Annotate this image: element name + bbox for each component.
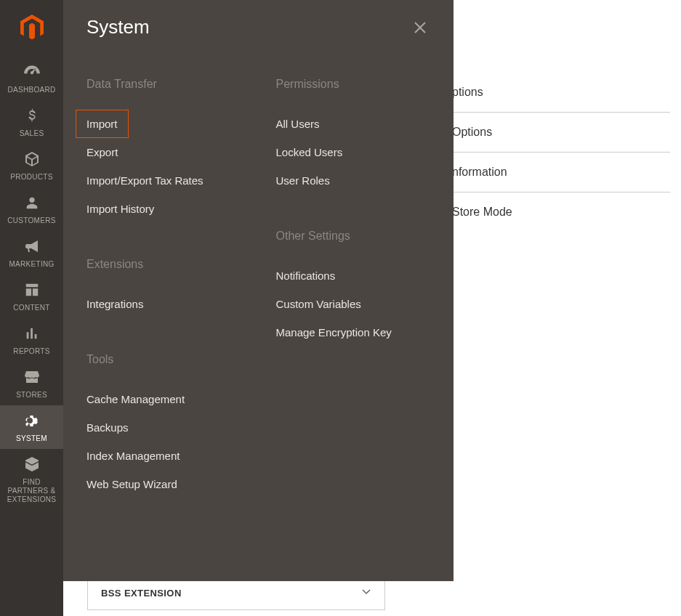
menu-item-manage-encryption-key[interactable]: Manage Encryption Key (276, 318, 431, 346)
close-button[interactable] (410, 17, 430, 38)
section-label: BSS EXTENSION (101, 588, 182, 599)
menu-item-integrations[interactable]: Integrations (86, 290, 241, 318)
nav-system[interactable]: SYSTEM (0, 405, 63, 449)
nav-label: STORES (13, 391, 50, 400)
nav-marketing[interactable]: MARKETING (0, 231, 63, 275)
flyout-header: System (86, 16, 430, 38)
close-icon (414, 21, 427, 34)
menu-item-cache-management[interactable]: Cache Management (86, 385, 241, 413)
cube-icon (21, 148, 43, 170)
menu-item-all-users[interactable]: All Users (276, 110, 431, 138)
nav-label: DASHBOARD (4, 86, 58, 94)
menu-item-import[interactable]: Import (76, 110, 129, 138)
magento-logo[interactable] (17, 13, 47, 42)
bg-row[interactable]: Options (452, 113, 670, 153)
bg-row[interactable]: Store Mode (452, 192, 670, 232)
group-list: Integrations (86, 290, 241, 318)
flyout-column-1: Data TransferImportExportImport/Export T… (86, 78, 241, 533)
nav-label: CONTENT (10, 304, 52, 312)
nav-reports[interactable]: REPORTS (0, 318, 63, 362)
group-heading: Tools (86, 353, 241, 366)
storefront-icon (21, 366, 43, 388)
menu-item-index-management[interactable]: Index Management (86, 442, 241, 470)
menu-item-export[interactable]: Export (86, 138, 241, 166)
menu-item-user-roles[interactable]: User Roles (276, 166, 431, 195)
menu-item-notifications[interactable]: Notifications (276, 262, 431, 290)
box-icon (21, 453, 43, 475)
nav-label: PRODUCTS (7, 173, 56, 182)
group-list: All UsersLocked UsersUser Roles (276, 110, 431, 195)
nav-products[interactable]: PRODUCTS (0, 144, 63, 187)
group-heading: Data Transfer (86, 78, 241, 91)
megaphone-icon (21, 235, 43, 257)
menu-item-web-setup-wizard[interactable]: Web Setup Wizard (86, 470, 241, 498)
bg-row[interactable]: ptions (452, 73, 670, 113)
flyout-title: System (86, 16, 150, 38)
nav-stores[interactable]: STORES (0, 362, 63, 405)
nav-dashboard[interactable]: DASHBOARD (0, 57, 63, 100)
group-heading: Permissions (276, 78, 431, 91)
menu-item-locked-users[interactable]: Locked Users (276, 138, 431, 166)
logo-icon (17, 13, 47, 42)
menu-item-custom-variables[interactable]: Custom Variables (276, 290, 431, 318)
flyout-columns: Data TransferImportExportImport/Export T… (86, 78, 430, 533)
group-heading: Other Settings (276, 230, 431, 243)
background-panel: ptions Options nformation Store Mode (452, 73, 670, 232)
nav-label: SYSTEM (13, 434, 50, 443)
nav-label: FIND PARTNERS & EXTENSIONS (0, 478, 63, 504)
chevron-down-icon (361, 586, 371, 599)
group-list: NotificationsCustom VariablesManage Encr… (276, 262, 431, 346)
system-flyout: System Data TransferImportExportImport/E… (63, 0, 454, 581)
gear-icon (21, 410, 43, 431)
group-list: Cache ManagementBackupsIndex ManagementW… (86, 385, 241, 498)
admin-sidebar: DASHBOARDSALESPRODUCTSCUSTOMERSMARKETING… (0, 0, 63, 616)
nav-label: REPORTS (10, 347, 52, 356)
menu-item-import-export-tax-rates[interactable]: Import/Export Tax Rates (86, 166, 241, 195)
nav-customers[interactable]: CUSTOMERS (0, 187, 63, 231)
nav-label: SALES (17, 129, 47, 138)
nav-sales[interactable]: SALES (0, 100, 63, 144)
flyout-column-2: PermissionsAll UsersLocked UsersUser Rol… (276, 78, 431, 533)
bg-row[interactable]: nformation (452, 153, 670, 192)
group-heading: Extensions (86, 258, 241, 271)
menu-item-backups[interactable]: Backups (86, 413, 241, 442)
nav-label: CUSTOMERS (4, 216, 58, 225)
layout-icon (21, 279, 43, 301)
bars-icon (21, 323, 43, 344)
nav-label: MARKETING (6, 260, 57, 269)
menu-item-import-history[interactable]: Import History (86, 195, 241, 223)
nav-content[interactable]: CONTENT (0, 275, 63, 318)
group-list: ImportExportImport/Export Tax RatesImpor… (86, 110, 241, 223)
gauge-icon (21, 61, 43, 83)
nav-find-partners-extensions[interactable]: FIND PARTNERS & EXTENSIONS (0, 449, 63, 510)
person-icon (21, 192, 43, 214)
dollar-icon (21, 105, 43, 126)
